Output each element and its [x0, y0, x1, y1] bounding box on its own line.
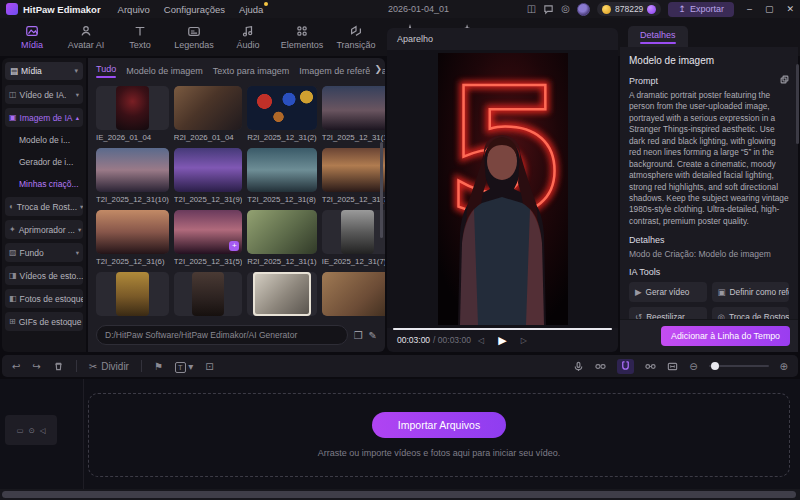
open-folder-icon[interactable]: ❐ [354, 330, 363, 341]
tab-detalhes[interactable]: Detalhes [628, 26, 688, 47]
marker-button[interactable]: ⚑ [154, 361, 163, 372]
zoom-slider-handle[interactable] [711, 362, 719, 370]
delete-button[interactable] [53, 361, 64, 372]
export-button[interactable]: ↥ Exportar [668, 2, 734, 17]
libtab-modelo-imagem[interactable]: Modelo de imagem [126, 66, 203, 76]
menu-configuracoes[interactable]: Configurações [164, 4, 225, 15]
library-item[interactable]: R2I_2025_12_31(2) [247, 86, 316, 142]
sidebar-item-fotos-estoque[interactable]: ◧ Fotos de estoque [5, 289, 83, 308]
sidebar-item-gerador-imagem[interactable]: Gerador de i... [5, 153, 83, 171]
library-item[interactable]: IE_2026_01_04 [96, 86, 169, 142]
tab-midia[interactable]: Mídia [6, 24, 58, 50]
user-avatar[interactable] [577, 3, 590, 16]
sidebar-item-video-ia[interactable]: ◫ Vídeo de IA. ▾ [5, 85, 83, 104]
copy-prompt-icon[interactable] [780, 75, 789, 86]
library-item[interactable]: IE_2025_12_31(7) [322, 210, 385, 266]
maximize-button[interactable]: ▢ [765, 4, 774, 14]
library-item[interactable]: T2I_2025_12_31(10) [96, 148, 169, 204]
reestilizar-button[interactable]: ↺ Reestilizar [629, 307, 707, 319]
library-item-label: T2I_2025_12_31(7) [322, 195, 385, 204]
folder-icon: ▤ [10, 66, 18, 76]
play-button[interactable]: ▶ [498, 334, 506, 347]
library-item[interactable]: T2I_2025_12_31(11) [322, 86, 385, 142]
scrollbar-thumb[interactable] [2, 491, 796, 498]
library-item[interactable]: T2I_2025_12_31(6) [96, 210, 169, 266]
tab-elementos[interactable]: Elementos [276, 24, 328, 50]
redo-button[interactable]: ↪ [32, 361, 40, 372]
coin-info-icon[interactable]: ◎ [561, 4, 570, 14]
layout-panels-icon[interactable]: ◫ [527, 4, 536, 14]
library-item[interactable]: IE_2025_12_31(5) [174, 272, 243, 320]
zoom-out-button[interactable]: ⊖ [689, 361, 697, 372]
tab-transicao[interactable]: Transição [330, 24, 382, 50]
minimize-button[interactable]: – [747, 4, 752, 14]
timeline-dropzone[interactable]: Importar Arquivos Arraste ou importe víd… [88, 393, 790, 477]
tab-texto[interactable]: Texto [114, 24, 166, 50]
divider [141, 360, 142, 372]
close-button[interactable]: ✕ [786, 4, 794, 14]
sidebar-item-modelo-imagem[interactable]: Modelo de i... [5, 131, 83, 149]
sidebar-item-minhas-criacoes[interactable]: Minhas criaçõ... [5, 175, 83, 193]
split-button[interactable]: ✂ Dividir [89, 361, 129, 372]
chevron-down-icon: ▾ [74, 67, 78, 75]
tab-legendas[interactable]: Legendas [168, 24, 220, 50]
credits-badge[interactable]: 878229 [597, 2, 661, 16]
menu-arquivo[interactable]: Arquivo [118, 4, 150, 15]
preview-stage[interactable]: 5 5 [387, 50, 618, 328]
troca-rostos-button[interactable]: ◎ Troca de Rostos [712, 307, 790, 319]
add-badge[interactable]: + [229, 241, 239, 251]
menu-ajuda[interactable]: Ajuda [239, 4, 263, 15]
feedback-bubble-icon[interactable] [543, 4, 554, 15]
sidebar-item-imagem-ia[interactable]: ▣ Imagem de IA ▴ [5, 108, 83, 127]
library-item[interactable]: T2I_2025_12_31(4) [247, 272, 316, 320]
libtab-tudo[interactable]: Tudo [96, 64, 116, 78]
edit-path-icon[interactable]: ✎ [369, 330, 377, 341]
sidebar-item-fundo[interactable]: ▨ Fundo ▾ [5, 243, 83, 262]
definir-referencia-button[interactable]: ▣ Definir como referênci [712, 282, 790, 302]
sidebar-item-gifs-estoque[interactable]: ⊞ GIFs de estoque [5, 312, 83, 331]
undo-button[interactable]: ↩ [12, 361, 20, 372]
library-item[interactable]: T2I_2025_12_31(9) [174, 148, 243, 204]
import-files-button[interactable]: Importar Arquivos [372, 412, 506, 438]
library-item-label: T2I_2025_12_31(6) [96, 257, 169, 266]
unlink-button[interactable] [645, 361, 656, 372]
avatar-icon [79, 24, 93, 38]
tab-avatar-ai[interactable]: Avatar AI [60, 24, 112, 50]
fit-timeline-button[interactable] [667, 361, 678, 372]
library-item[interactable]: + T2I_2025_12_31(5) [174, 210, 243, 266]
library-item[interactable]: IE_2025_12_31(6) [96, 272, 169, 320]
add-to-timeline-button[interactable]: Adicionar à Linha do Tempo [661, 326, 790, 346]
timeline-zoom-slider[interactable] [709, 365, 769, 367]
track-header[interactable]: ▭ ⊙ ◁ [5, 415, 57, 445]
media-library-panel: Tudo Modelo de imagem Texto para imagem … [88, 58, 385, 352]
library-item[interactable]: R2I_2025_12_31(1) [247, 210, 316, 266]
library-scrollbar[interactable] [380, 142, 383, 238]
library-item[interactable]: T2I_2025_12_31(7) [322, 148, 385, 204]
tabs-scroll-right-icon[interactable]: ❯ [370, 64, 382, 74]
media-sidebar: ▤ Mídia ▾ ◫ Vídeo de IA. ▾ ▣ Imagem de I… [2, 58, 86, 352]
library-item[interactable]: R2I_2026_01_04 [174, 86, 243, 142]
details-scrollbar[interactable] [796, 64, 799, 144]
zoom-in-button[interactable]: ⊕ [780, 361, 788, 372]
text-tool-button[interactable]: T ▾ [175, 361, 193, 372]
path-input[interactable]: D:/HitPaw Software/HitPaw Edimakor/AI Ge… [96, 325, 348, 345]
tab-audio[interactable]: Áudio [222, 24, 274, 50]
microphone-button[interactable] [573, 361, 584, 372]
link-button[interactable] [595, 361, 606, 372]
gerar-video-button[interactable]: ▶ Gerar vídeo [629, 282, 707, 302]
libtab-texto-para-imagem[interactable]: Texto para imagem [213, 66, 290, 76]
library-item-label: T2I_2025_12_31(8) [247, 195, 316, 204]
app-window: HitPaw Edimakor Arquivo Configurações Aj… [0, 0, 800, 500]
sidebar-item-aprimorador[interactable]: ✦ Aprimorador ... ▾ [5, 220, 83, 239]
horizontal-scrollbar[interactable] [0, 489, 800, 500]
sidebar-item-troca-rostos[interactable]: ◐ Troca de Rost... ▾ [5, 197, 83, 216]
library-item[interactable]: T2I_2025_12_31(3) [322, 272, 385, 320]
next-frame-button[interactable]: ▷ [521, 336, 527, 345]
sidebar-header-midia[interactable]: ▤ Mídia ▾ [5, 62, 83, 80]
snapshot-button[interactable]: ⊡ [205, 361, 213, 372]
details-section-title: Modelo de imagem [629, 55, 789, 66]
library-item[interactable]: T2I_2025_12_31(8) [247, 148, 316, 204]
prev-frame-button[interactable]: ◁ [478, 336, 484, 345]
sidebar-item-videos-estoque[interactable]: ◨ Vídeos de esto... [5, 266, 83, 285]
magnet-snap-button[interactable] [617, 359, 634, 374]
